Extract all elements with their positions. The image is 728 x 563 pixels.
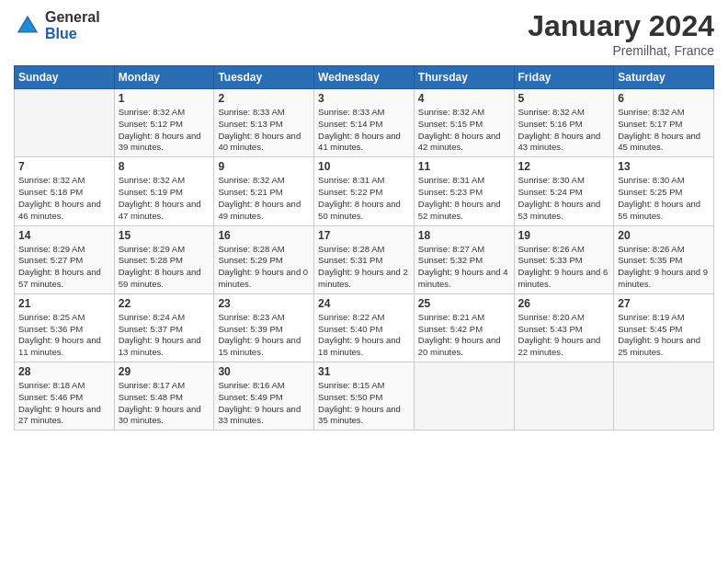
- day-info: Sunrise: 8:15 AM Sunset: 5:50 PM Dayligh…: [318, 380, 410, 427]
- week-row-4: 21 Sunrise: 8:25 AM Sunset: 5:36 PM Dayl…: [15, 293, 714, 362]
- sunset-text: Sunset: 5:19 PM: [119, 187, 183, 197]
- daylight-text: Daylight: 8 hours and 40 minutes.: [218, 131, 301, 153]
- table-cell: 8 Sunrise: 8:32 AM Sunset: 5:19 PM Dayli…: [114, 157, 214, 225]
- sunrise-text: Sunrise: 8:18 AM: [18, 380, 85, 390]
- daylight-text: Daylight: 9 hours and 4 minutes.: [418, 267, 508, 289]
- day-info: Sunrise: 8:30 AM Sunset: 5:24 PM Dayligh…: [518, 175, 610, 222]
- sunrise-text: Sunrise: 8:31 AM: [418, 175, 484, 185]
- day-info: Sunrise: 8:32 AM Sunset: 5:17 PM Dayligh…: [618, 107, 710, 154]
- sunrise-text: Sunrise: 8:22 AM: [318, 312, 384, 322]
- table-cell: 22 Sunrise: 8:24 AM Sunset: 5:37 PM Dayl…: [114, 293, 214, 362]
- sunset-text: Sunset: 5:25 PM: [618, 187, 682, 197]
- table-cell: 7 Sunrise: 8:32 AM Sunset: 5:18 PM Dayli…: [15, 157, 115, 225]
- day-info: Sunrise: 8:31 AM Sunset: 5:22 PM Dayligh…: [318, 175, 410, 222]
- table-cell: [414, 362, 514, 431]
- daylight-text: Daylight: 8 hours and 55 minutes.: [618, 199, 700, 221]
- table-cell: 31 Sunrise: 8:15 AM Sunset: 5:50 PM Dayl…: [314, 362, 415, 431]
- col-thursday: Thursday: [414, 66, 514, 89]
- day-info: Sunrise: 8:32 AM Sunset: 5:12 PM Dayligh…: [119, 107, 210, 154]
- day-info: Sunrise: 8:25 AM Sunset: 5:36 PM Dayligh…: [18, 312, 110, 359]
- day-number: 22: [119, 297, 210, 310]
- table-cell: 10 Sunrise: 8:31 AM Sunset: 5:22 PM Dayl…: [314, 157, 415, 225]
- day-info: Sunrise: 8:28 AM Sunset: 5:29 PM Dayligh…: [218, 244, 310, 291]
- table-cell: 16 Sunrise: 8:28 AM Sunset: 5:29 PM Dayl…: [214, 225, 314, 293]
- sunrise-text: Sunrise: 8:23 AM: [218, 312, 284, 322]
- table-cell: 14 Sunrise: 8:29 AM Sunset: 5:27 PM Dayl…: [15, 225, 115, 293]
- sunrise-text: Sunrise: 8:26 AM: [518, 244, 585, 254]
- daylight-text: Daylight: 9 hours and 15 minutes.: [218, 335, 301, 357]
- header: General Blue January 2024 Premilhat, Fra…: [14, 9, 714, 58]
- table-cell: 2 Sunrise: 8:33 AM Sunset: 5:13 PM Dayli…: [214, 89, 314, 157]
- table-cell: 13 Sunrise: 8:30 AM Sunset: 5:25 PM Dayl…: [614, 157, 714, 225]
- day-number: 29: [119, 365, 210, 378]
- day-info: Sunrise: 8:32 AM Sunset: 5:21 PM Dayligh…: [218, 175, 310, 222]
- daylight-text: Daylight: 8 hours and 57 minutes.: [18, 267, 101, 289]
- table-cell: 19 Sunrise: 8:26 AM Sunset: 5:33 PM Dayl…: [514, 225, 614, 293]
- day-info: Sunrise: 8:21 AM Sunset: 5:42 PM Dayligh…: [418, 312, 510, 359]
- table-cell: 3 Sunrise: 8:33 AM Sunset: 5:14 PM Dayli…: [314, 89, 415, 157]
- sunset-text: Sunset: 5:46 PM: [18, 392, 83, 402]
- week-row-2: 7 Sunrise: 8:32 AM Sunset: 5:18 PM Dayli…: [15, 157, 714, 225]
- daylight-text: Daylight: 9 hours and 2 minutes.: [318, 267, 408, 289]
- day-number: 16: [218, 229, 310, 242]
- daylight-text: Daylight: 9 hours and 35 minutes.: [318, 404, 401, 426]
- day-info: Sunrise: 8:32 AM Sunset: 5:15 PM Dayligh…: [418, 107, 510, 154]
- day-number: 28: [18, 365, 110, 378]
- table-cell: 24 Sunrise: 8:22 AM Sunset: 5:40 PM Dayl…: [314, 293, 415, 362]
- sunset-text: Sunset: 5:27 PM: [18, 255, 83, 265]
- sunset-text: Sunset: 5:24 PM: [518, 187, 583, 197]
- day-number: 6: [618, 92, 710, 105]
- day-info: Sunrise: 8:30 AM Sunset: 5:25 PM Dayligh…: [618, 175, 710, 222]
- sunset-text: Sunset: 5:14 PM: [318, 119, 382, 129]
- sunset-text: Sunset: 5:12 PM: [119, 119, 183, 129]
- day-info: Sunrise: 8:31 AM Sunset: 5:23 PM Dayligh…: [418, 175, 510, 222]
- day-number: 17: [318, 229, 410, 242]
- table-cell: 17 Sunrise: 8:28 AM Sunset: 5:31 PM Dayl…: [314, 225, 415, 293]
- day-info: Sunrise: 8:18 AM Sunset: 5:46 PM Dayligh…: [18, 380, 110, 427]
- col-wednesday: Wednesday: [314, 66, 415, 89]
- daylight-text: Daylight: 8 hours and 52 minutes.: [418, 199, 501, 221]
- sunrise-text: Sunrise: 8:15 AM: [318, 380, 384, 390]
- daylight-text: Daylight: 8 hours and 49 minutes.: [218, 199, 301, 221]
- calendar-header-row: Sunday Monday Tuesday Wednesday Thursday…: [15, 66, 714, 89]
- table-cell: 26 Sunrise: 8:20 AM Sunset: 5:43 PM Dayl…: [514, 293, 614, 362]
- sunset-text: Sunset: 5:21 PM: [218, 187, 282, 197]
- sunrise-text: Sunrise: 8:32 AM: [119, 175, 185, 185]
- col-friday: Friday: [514, 66, 614, 89]
- day-info: Sunrise: 8:19 AM Sunset: 5:45 PM Dayligh…: [618, 312, 710, 359]
- sunset-text: Sunset: 5:22 PM: [318, 187, 382, 197]
- daylight-text: Daylight: 9 hours and 18 minutes.: [318, 335, 401, 357]
- day-info: Sunrise: 8:28 AM Sunset: 5:31 PM Dayligh…: [318, 244, 410, 291]
- sunrise-text: Sunrise: 8:32 AM: [18, 175, 85, 185]
- col-monday: Monday: [114, 66, 214, 89]
- daylight-text: Daylight: 8 hours and 46 minutes.: [18, 199, 101, 221]
- sunset-text: Sunset: 5:35 PM: [618, 255, 682, 265]
- daylight-text: Daylight: 9 hours and 30 minutes.: [119, 404, 201, 426]
- sunrise-text: Sunrise: 8:30 AM: [618, 175, 684, 185]
- sunrise-text: Sunrise: 8:33 AM: [218, 107, 284, 117]
- sunrise-text: Sunrise: 8:27 AM: [418, 244, 484, 254]
- sunrise-text: Sunrise: 8:32 AM: [418, 107, 484, 117]
- page: General Blue January 2024 Premilhat, Fra…: [0, 0, 728, 563]
- daylight-text: Daylight: 9 hours and 11 minutes.: [18, 335, 101, 357]
- daylight-text: Daylight: 8 hours and 42 minutes.: [418, 131, 501, 153]
- daylight-text: Daylight: 9 hours and 0 minutes.: [218, 267, 308, 289]
- daylight-text: Daylight: 8 hours and 59 minutes.: [119, 267, 201, 289]
- day-number: 24: [318, 297, 410, 310]
- day-number: 30: [218, 365, 310, 378]
- day-info: Sunrise: 8:27 AM Sunset: 5:32 PM Dayligh…: [418, 244, 510, 291]
- day-number: 15: [119, 229, 210, 242]
- day-number: 20: [618, 229, 710, 242]
- sunrise-text: Sunrise: 8:30 AM: [518, 175, 585, 185]
- sunrise-text: Sunrise: 8:24 AM: [119, 312, 185, 322]
- sunrise-text: Sunrise: 8:28 AM: [218, 244, 284, 254]
- day-number: 5: [518, 92, 610, 105]
- sunset-text: Sunset: 5:29 PM: [218, 255, 282, 265]
- week-row-5: 28 Sunrise: 8:18 AM Sunset: 5:46 PM Dayl…: [15, 362, 714, 431]
- day-number: 26: [518, 297, 610, 310]
- day-info: Sunrise: 8:33 AM Sunset: 5:13 PM Dayligh…: [218, 107, 310, 154]
- table-cell: 20 Sunrise: 8:26 AM Sunset: 5:35 PM Dayl…: [614, 225, 714, 293]
- daylight-text: Daylight: 8 hours and 50 minutes.: [318, 199, 401, 221]
- sunset-text: Sunset: 5:15 PM: [418, 119, 483, 129]
- daylight-text: Daylight: 9 hours and 25 minutes.: [618, 335, 700, 357]
